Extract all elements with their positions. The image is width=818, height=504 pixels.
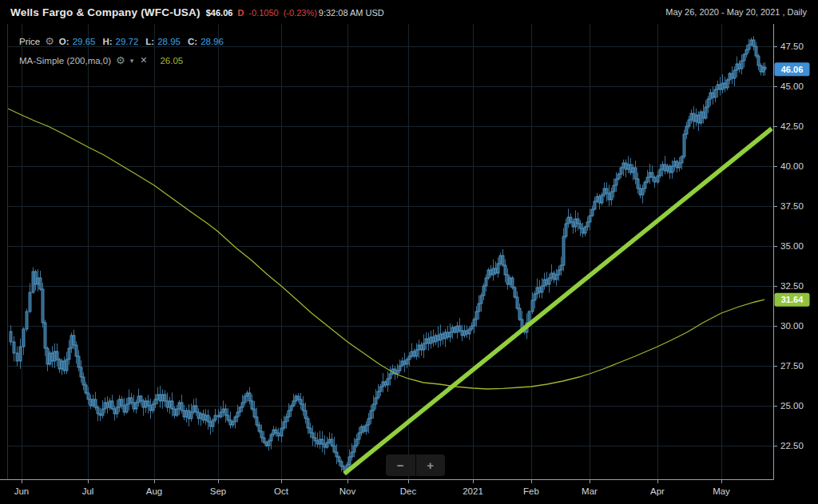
candlestick-series	[10, 36, 766, 474]
candle-body	[280, 428, 283, 436]
candle-body	[750, 40, 752, 45]
candle-body	[367, 419, 370, 425]
candle-body	[353, 446, 355, 452]
candle-body	[538, 288, 541, 292]
ma-options-chevron-down-icon[interactable]: ▾	[130, 57, 134, 65]
candle-body	[246, 393, 248, 396]
candle-body	[685, 126, 688, 134]
candle-body	[480, 296, 482, 304]
candle-body	[104, 403, 106, 409]
candle-body	[673, 161, 676, 166]
x-axis-label: Jul	[82, 486, 94, 496]
candle-body	[314, 438, 316, 441]
candle-body	[32, 272, 34, 292]
candle-body	[82, 377, 85, 385]
x-axis-label: Oct	[274, 486, 289, 496]
candle-body	[461, 331, 463, 335]
candle-body	[418, 345, 420, 350]
candle-body	[693, 113, 695, 121]
ma-settings-gear-icon[interactable]: ⚙	[116, 54, 125, 66]
candle-body	[248, 393, 251, 401]
candle-body	[408, 356, 411, 359]
candle-body	[659, 169, 661, 176]
candle-body	[343, 466, 345, 470]
high-value: 29.72	[116, 37, 139, 46]
y-axis-label: 25.00	[780, 401, 804, 411]
candle-body	[432, 337, 435, 342]
candle-body	[19, 347, 22, 361]
candle-body	[157, 395, 159, 399]
candle-body	[10, 331, 12, 342]
candle-body	[399, 366, 401, 371]
candle-body	[277, 433, 280, 436]
candle-body	[382, 382, 384, 387]
candle-body	[118, 399, 121, 407]
candle-body	[70, 335, 73, 348]
candle-body	[459, 326, 461, 331]
open-value: 29.65	[73, 37, 96, 46]
price-settings-gear-icon[interactable]: ⚙	[45, 35, 54, 47]
candle-body	[657, 176, 659, 182]
x-axis[interactable]: JunJulAugSepOctNovDec2021FebMarAprMay	[14, 479, 730, 496]
price-chart-canvas[interactable]: JunJulAugSepOctNovDec2021FebMarAprMay47.…	[0, 0, 818, 504]
candle-body	[54, 351, 56, 361]
candle-body	[73, 335, 75, 345]
candle-body	[736, 64, 738, 70]
candle-body	[733, 70, 736, 78]
candle-body	[760, 65, 762, 72]
close-label: C:	[188, 37, 197, 46]
candle-body	[193, 406, 195, 412]
candle-body	[154, 399, 157, 404]
candle-body	[46, 348, 49, 364]
candle-body	[253, 409, 256, 417]
candle-body	[406, 359, 408, 364]
candle-body	[66, 359, 68, 371]
candle-body	[270, 435, 272, 441]
zoom-in-button[interactable]: +	[416, 454, 446, 476]
last-price-tag-text: 46.06	[781, 65, 804, 74]
candle-body	[26, 312, 28, 329]
candle-body	[620, 168, 622, 174]
candle-body	[275, 430, 277, 433]
candle-body	[244, 396, 246, 403]
y-axis-label: 30.00	[780, 321, 804, 331]
candle-body	[415, 350, 418, 356]
candle-body	[106, 403, 109, 407]
candle-body	[351, 452, 353, 457]
candle-body	[227, 415, 229, 420]
candle-body	[61, 361, 63, 369]
ma-remove-close-icon[interactable]: ✕	[140, 55, 147, 65]
candle-body	[333, 446, 336, 452]
candle-body	[579, 224, 582, 228]
candle-body	[702, 112, 705, 118]
candle-body	[377, 391, 379, 398]
candle-body	[145, 401, 147, 407]
candle-body	[229, 420, 232, 425]
candle-body	[690, 113, 693, 120]
y-axis-label: 42.50	[780, 121, 804, 131]
candle-body	[288, 411, 290, 417]
zoom-out-button[interactable]: −	[386, 454, 415, 476]
candle-body	[430, 337, 432, 343]
candle-body	[217, 415, 220, 417]
candle-body	[617, 174, 620, 179]
y-axis-label: 32.50	[780, 281, 804, 291]
candle-body	[555, 275, 558, 280]
candle-body	[423, 343, 425, 350]
x-axis-label: Dec	[400, 486, 417, 496]
candle-body	[224, 409, 227, 415]
y-axis[interactable]: 47.5045.0042.5040.0037.5035.0032.5030.00…	[773, 42, 804, 450]
candle-body	[582, 228, 584, 233]
x-axis-label: Mar	[582, 486, 598, 496]
candle-body	[195, 406, 197, 412]
candle-body	[509, 278, 511, 284]
candle-body	[755, 46, 757, 56]
candle-body	[678, 163, 681, 168]
ma-value-tag: 31.64	[775, 293, 810, 307]
candle-body	[712, 93, 714, 97]
candle-body	[752, 40, 755, 46]
candle-body	[603, 189, 606, 195]
candle-body	[169, 401, 171, 407]
candle-body	[16, 353, 18, 361]
candle-body	[241, 403, 244, 407]
